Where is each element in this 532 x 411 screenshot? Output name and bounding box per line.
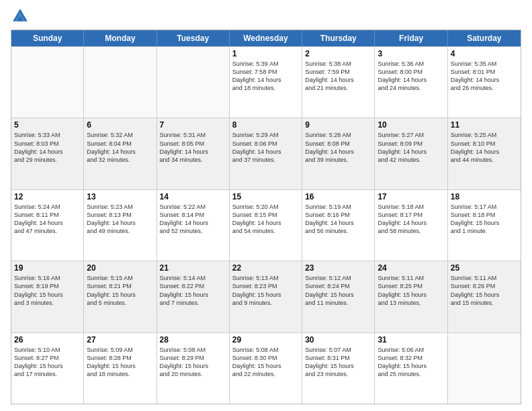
day-number: 21 — [160, 263, 226, 273]
day-info: Sunrise: 5:23 AM Sunset: 8:13 PM Dayligh… — [87, 203, 153, 236]
calendar-cell-3-0: 19Sunrise: 5:16 AM Sunset: 8:19 PM Dayli… — [11, 261, 84, 332]
day-info: Sunrise: 5:38 AM Sunset: 7:59 PM Dayligh… — [305, 60, 371, 93]
logo-icon — [11, 7, 30, 26]
day-info: Sunrise: 5:14 AM Sunset: 8:22 PM Dayligh… — [160, 274, 226, 307]
day-number: 27 — [87, 335, 153, 345]
header-day-friday: Friday — [375, 30, 447, 46]
day-info: Sunrise: 5:24 AM Sunset: 8:11 PM Dayligh… — [14, 203, 81, 236]
day-number: 5 — [14, 120, 81, 130]
day-number: 8 — [232, 120, 299, 130]
day-number: 24 — [378, 263, 444, 273]
calendar-cell-4-1: 27Sunrise: 5:09 AM Sunset: 8:28 PM Dayli… — [84, 333, 157, 404]
calendar-row-1: 5Sunrise: 5:33 AM Sunset: 8:03 PM Daylig… — [11, 118, 521, 189]
day-info: Sunrise: 5:39 AM Sunset: 7:58 PM Dayligh… — [232, 60, 299, 93]
day-info: Sunrise: 5:29 AM Sunset: 8:06 PM Dayligh… — [232, 131, 299, 164]
day-number: 10 — [378, 120, 444, 130]
day-number: 12 — [14, 192, 81, 201]
calendar-cell-4-2: 28Sunrise: 5:08 AM Sunset: 8:29 PM Dayli… — [157, 333, 230, 404]
header-day-thursday: Thursday — [302, 30, 375, 46]
day-number: 28 — [160, 335, 226, 345]
day-number: 3 — [378, 49, 444, 58]
calendar-cell-3-3: 22Sunrise: 5:13 AM Sunset: 8:23 PM Dayli… — [230, 261, 302, 332]
calendar-cell-3-2: 21Sunrise: 5:14 AM Sunset: 8:22 PM Dayli… — [157, 261, 230, 332]
day-number: 29 — [232, 335, 299, 345]
day-info: Sunrise: 5:15 AM Sunset: 8:21 PM Dayligh… — [87, 274, 153, 307]
day-number: 20 — [87, 263, 153, 273]
day-number: 17 — [378, 192, 444, 201]
calendar-cell-1-6: 11Sunrise: 5:25 AM Sunset: 8:10 PM Dayli… — [448, 118, 521, 189]
svg-rect-2 — [18, 17, 22, 21]
day-info: Sunrise: 5:17 AM Sunset: 8:18 PM Dayligh… — [451, 203, 518, 236]
logo — [11, 7, 32, 26]
calendar-cell-1-0: 5Sunrise: 5:33 AM Sunset: 8:03 PM Daylig… — [11, 118, 84, 189]
day-info: Sunrise: 5:16 AM Sunset: 8:19 PM Dayligh… — [14, 274, 81, 307]
day-number: 26 — [14, 335, 81, 345]
day-info: Sunrise: 5:18 AM Sunset: 8:17 PM Dayligh… — [378, 203, 444, 236]
day-number: 9 — [305, 120, 371, 130]
day-info: Sunrise: 5:36 AM Sunset: 8:00 PM Dayligh… — [378, 60, 444, 93]
day-info: Sunrise: 5:13 AM Sunset: 8:23 PM Dayligh… — [232, 274, 299, 307]
day-number: 30 — [305, 335, 371, 345]
calendar-row-2: 12Sunrise: 5:24 AM Sunset: 8:11 PM Dayli… — [11, 189, 521, 261]
calendar: SundayMondayTuesdayWednesdayThursdayFrid… — [11, 30, 521, 404]
calendar-cell-1-1: 6Sunrise: 5:32 AM Sunset: 8:04 PM Daylig… — [84, 118, 157, 189]
header-day-saturday: Saturday — [448, 30, 521, 46]
day-info: Sunrise: 5:07 AM Sunset: 8:31 PM Dayligh… — [305, 346, 371, 379]
day-number: 7 — [160, 120, 226, 130]
calendar-cell-0-6: 4Sunrise: 5:35 AM Sunset: 8:01 PM Daylig… — [448, 47, 521, 118]
calendar-cell-2-3: 15Sunrise: 5:20 AM Sunset: 8:15 PM Dayli… — [230, 190, 302, 261]
calendar-cell-0-0 — [11, 47, 84, 118]
header-day-sunday: Sunday — [11, 30, 84, 46]
calendar-header-row: SundayMondayTuesdayWednesdayThursdayFrid… — [11, 30, 521, 46]
calendar-body: 1Sunrise: 5:39 AM Sunset: 7:58 PM Daylig… — [11, 46, 521, 404]
day-number: 23 — [305, 263, 371, 273]
day-info: Sunrise: 5:28 AM Sunset: 8:08 PM Dayligh… — [305, 131, 371, 164]
day-number: 18 — [451, 192, 518, 201]
calendar-cell-4-3: 29Sunrise: 5:08 AM Sunset: 8:30 PM Dayli… — [230, 333, 302, 404]
day-info: Sunrise: 5:10 AM Sunset: 8:27 PM Dayligh… — [14, 346, 81, 379]
day-number: 4 — [451, 49, 518, 58]
calendar-cell-4-0: 26Sunrise: 5:10 AM Sunset: 8:27 PM Dayli… — [11, 333, 84, 404]
day-number: 31 — [378, 335, 444, 345]
day-info: Sunrise: 5:19 AM Sunset: 8:16 PM Dayligh… — [305, 203, 371, 236]
day-info: Sunrise: 5:20 AM Sunset: 8:15 PM Dayligh… — [232, 203, 299, 236]
calendar-cell-0-5: 3Sunrise: 5:36 AM Sunset: 8:00 PM Daylig… — [375, 47, 447, 118]
calendar-cell-4-5: 31Sunrise: 5:06 AM Sunset: 8:32 PM Dayli… — [375, 333, 447, 404]
day-info: Sunrise: 5:35 AM Sunset: 8:01 PM Dayligh… — [451, 60, 518, 93]
day-number: 1 — [232, 49, 299, 58]
day-number: 16 — [305, 192, 371, 201]
day-info: Sunrise: 5:12 AM Sunset: 8:24 PM Dayligh… — [305, 274, 371, 307]
calendar-cell-3-4: 23Sunrise: 5:12 AM Sunset: 8:24 PM Dayli… — [302, 261, 375, 332]
calendar-row-0: 1Sunrise: 5:39 AM Sunset: 7:58 PM Daylig… — [11, 46, 521, 118]
header-day-wednesday: Wednesday — [230, 30, 302, 46]
calendar-cell-2-6: 18Sunrise: 5:17 AM Sunset: 8:18 PM Dayli… — [448, 190, 521, 261]
calendar-row-3: 19Sunrise: 5:16 AM Sunset: 8:19 PM Dayli… — [11, 261, 521, 332]
header-day-monday: Monday — [84, 30, 157, 46]
day-info: Sunrise: 5:11 AM Sunset: 8:25 PM Dayligh… — [378, 274, 444, 307]
day-info: Sunrise: 5:08 AM Sunset: 8:29 PM Dayligh… — [160, 346, 226, 379]
day-number: 2 — [305, 49, 371, 58]
day-info: Sunrise: 5:11 AM Sunset: 8:26 PM Dayligh… — [451, 274, 518, 307]
calendar-cell-3-1: 20Sunrise: 5:15 AM Sunset: 8:21 PM Dayli… — [84, 261, 157, 332]
day-number: 14 — [160, 192, 226, 201]
calendar-cell-2-5: 17Sunrise: 5:18 AM Sunset: 8:17 PM Dayli… — [375, 190, 447, 261]
calendar-cell-1-5: 10Sunrise: 5:27 AM Sunset: 8:09 PM Dayli… — [375, 118, 447, 189]
calendar-cell-0-4: 2Sunrise: 5:38 AM Sunset: 7:59 PM Daylig… — [302, 47, 375, 118]
day-number: 11 — [451, 120, 518, 130]
day-info: Sunrise: 5:09 AM Sunset: 8:28 PM Dayligh… — [87, 346, 153, 379]
calendar-row-4: 26Sunrise: 5:10 AM Sunset: 8:27 PM Dayli… — [11, 332, 521, 404]
day-info: Sunrise: 5:06 AM Sunset: 8:32 PM Dayligh… — [378, 346, 444, 379]
calendar-cell-2-4: 16Sunrise: 5:19 AM Sunset: 8:16 PM Dayli… — [302, 190, 375, 261]
day-info: Sunrise: 5:22 AM Sunset: 8:14 PM Dayligh… — [160, 203, 226, 236]
day-number: 6 — [87, 120, 153, 130]
header-day-tuesday: Tuesday — [157, 30, 230, 46]
calendar-cell-1-2: 7Sunrise: 5:31 AM Sunset: 8:05 PM Daylig… — [157, 118, 230, 189]
calendar-cell-1-4: 9Sunrise: 5:28 AM Sunset: 8:08 PM Daylig… — [302, 118, 375, 189]
day-number: 19 — [14, 263, 81, 273]
day-info: Sunrise: 5:31 AM Sunset: 8:05 PM Dayligh… — [160, 131, 226, 164]
day-number: 25 — [451, 263, 518, 273]
calendar-cell-4-6 — [448, 333, 521, 404]
calendar-cell-3-5: 24Sunrise: 5:11 AM Sunset: 8:25 PM Dayli… — [375, 261, 447, 332]
day-info: Sunrise: 5:25 AM Sunset: 8:10 PM Dayligh… — [451, 131, 518, 164]
calendar-cell-2-2: 14Sunrise: 5:22 AM Sunset: 8:14 PM Dayli… — [157, 190, 230, 261]
